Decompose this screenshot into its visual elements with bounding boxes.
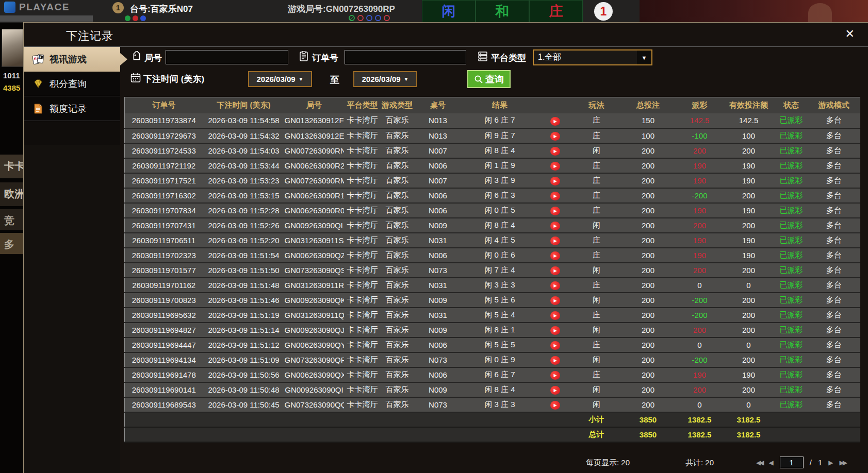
platform-type-select[interactable]: 1.全部 ▼ [533, 49, 652, 65]
replay-cell: ▶ [537, 203, 574, 218]
status-cell: 已派彩 [775, 218, 808, 233]
bet-time-cell: 2026-03-09 11:54:03 [203, 143, 285, 158]
payout-cell: 200 [677, 263, 723, 278]
bet-time-cell: 2026-03-09 11:50:45 [203, 397, 285, 412]
valid-bet-cell: 190 [723, 158, 775, 173]
play-video-button[interactable]: ▶ [550, 117, 560, 126]
table-number-cell: N031 [414, 233, 463, 248]
column-header: 状态 [775, 97, 808, 113]
total-bet-cell: 200 [620, 188, 677, 203]
play-video-button[interactable]: ▶ [550, 222, 560, 230]
tab-points-query[interactable]: 积分查询 [24, 72, 120, 96]
game-type-cell: 百家乐 [381, 113, 414, 128]
bet-time-cell: 2026-03-09 11:53:44 [203, 158, 285, 173]
table-row: 2603091197338742026-03-09 11:54:58GN0132… [125, 113, 860, 128]
bet-cell-banker[interactable]: 庄 [529, 0, 583, 23]
order-id-cell: 260309119695632 [125, 308, 203, 323]
status-cell: 已派彩 [775, 293, 808, 308]
sidebar-item-jing[interactable]: 竞 [0, 209, 23, 230]
play-video-button[interactable]: ▶ [550, 281, 560, 290]
play-video-button[interactable]: ▶ [550, 207, 560, 215]
banker-circle-icon [357, 15, 364, 21]
total-pages-label: 1 [818, 458, 822, 467]
table-name-label: 台号:百家乐N07 [130, 3, 193, 15]
order-number-input[interactable] [345, 50, 466, 64]
screen: PLAYACE 1 台号:百家乐N07 游戏局号:GN007263090RP 闲… [0, 0, 868, 473]
replay-cell: ▶ [537, 248, 574, 263]
sidebar-item-kaka[interactable]: 卡卡 [0, 155, 23, 178]
play-video-button[interactable]: ▶ [550, 371, 560, 380]
last-page-button[interactable]: ▶▶ [839, 459, 845, 466]
play-video-button[interactable]: ▶ [550, 266, 560, 275]
play-video-button[interactable]: ▶ [550, 341, 560, 350]
prev-page-button[interactable]: ◀ [768, 459, 773, 466]
play-video-button[interactable]: ▶ [550, 326, 560, 335]
play-video-button[interactable]: ▶ [550, 356, 560, 365]
payout-cell: 200 [677, 218, 723, 233]
total-bet-cell: 200 [620, 263, 677, 278]
date-to-picker[interactable]: 2026/03/09▼ [353, 71, 417, 87]
bet-cell-tie[interactable]: 和 [476, 0, 529, 23]
status-cell: 已派彩 [775, 248, 808, 263]
diamond-icon [32, 78, 44, 90]
play-video-button[interactable]: ▶ [550, 162, 560, 171]
total-bet-cell: 200 [620, 233, 677, 248]
play-type-cell: 庄 [574, 173, 620, 188]
table-row: 2603091197296732026-03-09 11:54:32GN0132… [125, 128, 860, 143]
sidebar-item-duo[interactable]: 多 [0, 233, 23, 255]
result-cell: 闲 8 庄 4 [463, 143, 537, 158]
page-number-input[interactable] [780, 457, 804, 468]
payout-cell: -200 [677, 293, 723, 308]
game-type-cell: 百家乐 [381, 143, 414, 158]
platform-cell: 卡卡湾厅 [344, 248, 381, 263]
play-video-button[interactable]: ▶ [550, 296, 560, 305]
play-video-button[interactable]: ▶ [550, 311, 560, 320]
replay-cell: ▶ [537, 382, 574, 397]
total-bet-cell: 200 [620, 367, 677, 382]
game-mode-cell: 多台 [808, 233, 860, 248]
game-type-cell: 百家乐 [381, 308, 414, 323]
table-row: 2603091196944472026-03-09 11:51:12GN0062… [125, 337, 860, 352]
play-type-cell: 闲 [574, 143, 620, 158]
result-cell: 闲 0 庄 6 [463, 248, 537, 263]
pager: ◀◀ ◀ / 1 ▶ ▶▶ [756, 457, 846, 468]
replay-cell: ▶ [537, 293, 574, 308]
tab-credit-records[interactable]: 额度记录 [24, 96, 120, 121]
play-video-button[interactable]: ▶ [550, 401, 560, 410]
round-id-cell: GN006263090QY [285, 337, 344, 352]
first-page-button[interactable]: ◀◀ [756, 459, 762, 466]
table-number-cell: N031 [414, 278, 463, 293]
date-from-picker[interactable]: 2026/03/09▼ [248, 71, 312, 87]
column-header: 平台类型 [344, 97, 381, 113]
play-video-button[interactable]: ▶ [550, 251, 560, 260]
play-video-button[interactable]: ▶ [550, 386, 560, 395]
status-cell: 已派彩 [775, 233, 808, 248]
sidebar-item-europe[interactable]: 欧洲 [0, 182, 23, 206]
play-video-button[interactable]: ▶ [550, 192, 560, 200]
search-button[interactable]: 查询 [467, 70, 511, 88]
bet-cell-player[interactable]: 闲 [422, 0, 476, 23]
tab-video-games[interactable]: K♥9 视讯游戏 [24, 47, 120, 72]
order-id-cell: 260309119701577 [125, 263, 203, 278]
platform-cell: 卡卡湾厅 [344, 278, 381, 293]
status-cell: 已派彩 [775, 352, 808, 367]
platform-cell: 卡卡湾厅 [344, 308, 381, 323]
table-number-cell: N006 [414, 158, 463, 173]
table-number-cell: N073 [414, 352, 463, 367]
empty-cell [125, 412, 574, 427]
play-video-button[interactable]: ▶ [550, 177, 560, 185]
next-page-button[interactable]: ▶ [828, 459, 833, 466]
play-video-button[interactable]: ▶ [550, 236, 560, 245]
game-type-cell: 百家乐 [381, 203, 414, 218]
close-icon[interactable]: ✕ [845, 28, 855, 40]
play-video-button[interactable]: ▶ [550, 132, 560, 141]
subtotal-row-label: 小计 [574, 412, 620, 427]
order-id-cell: 260309119707431 [125, 218, 203, 233]
bet-time-cell: 2026-03-09 11:51:50 [203, 263, 285, 278]
column-header: 结果 [463, 97, 537, 113]
round-number-input[interactable] [166, 50, 288, 64]
game-mode-cell: 多台 [808, 337, 860, 352]
play-video-button[interactable]: ▶ [550, 147, 560, 156]
table-row: 2603091197078342026-03-09 11:52:28GN0062… [125, 203, 860, 218]
game-type-cell: 百家乐 [381, 337, 414, 352]
